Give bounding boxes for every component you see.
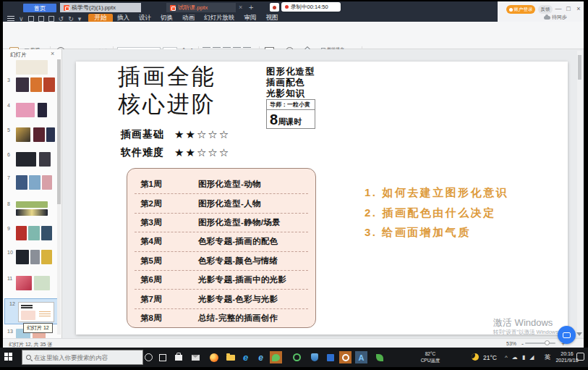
cortana-icon[interactable]: [142, 351, 155, 363]
feedback-button[interactable]: 反馈: [538, 5, 553, 14]
account-login-button[interactable]: 账户登录: [506, 5, 535, 14]
week-cell: 第7周: [135, 294, 198, 305]
new-doc-icon[interactable]: [38, 16, 44, 22]
firefox-icon[interactable]: [208, 351, 220, 363]
document-tab-1[interactable]: 稿学号(2)(1).pptx: [60, 3, 141, 12]
new-tab-button[interactable]: +: [249, 4, 253, 12]
print-icon[interactable]: [48, 16, 54, 22]
mail-icon[interactable]: [189, 351, 202, 363]
topic-cell: 图形化造型-静物/场景: [198, 217, 281, 228]
week-cell: 第8周: [135, 313, 198, 324]
vertical-scrollbar[interactable]: [577, 51, 582, 337]
schedule-table[interactable]: 第1周图形化造型-动物 第2周图形化造型-人物 第3周图形化造型-静物/场景 第…: [127, 168, 316, 328]
rating-stars: ★★☆☆☆: [174, 128, 230, 141]
home-tab-button[interactable]: 首页: [23, 4, 56, 12]
notification-center-icon[interactable]: [576, 353, 584, 361]
slide-thumbnail[interactable]: 6: [3, 151, 59, 172]
taskbar-app-icon[interactable]: [373, 351, 385, 363]
slide-thumbnail[interactable]: [3, 59, 59, 70]
slide-thumbnail[interactable]: 11: [3, 274, 59, 296]
tutor-box[interactable]: 导师：一粒小黄: [266, 99, 315, 110]
recording-indicator[interactable]: 录制中00:14:50: [281, 2, 341, 12]
recording-dot-icon: [285, 5, 289, 9]
slide-thumbnail[interactable]: 10: [3, 248, 59, 270]
taskbar-app-icon[interactable]: [339, 351, 351, 363]
collapse-ribbon-icon[interactable]: ▾: [78, 15, 82, 22]
panel-close-icon[interactable]: ×: [51, 50, 54, 57]
edge-icon[interactable]: e: [239, 351, 252, 363]
slide-thumbnail[interactable]: 8: [3, 200, 59, 222]
tab-close-icon[interactable]: ×: [239, 4, 242, 11]
topic-cell: 色彩专题-插画的配色: [198, 236, 278, 247]
weather-temp[interactable]: 21°C: [483, 354, 497, 361]
wechat-icon[interactable]: [270, 351, 282, 363]
tray-volume-icon[interactable]: ▮: [522, 354, 525, 361]
topics-textbox[interactable]: 图形化造型 插画配色 光影知识: [266, 67, 315, 99]
rating-row[interactable]: 软件难度 ★★☆☆☆: [121, 146, 230, 159]
table-row: 第6周光影专题-插画中的光影: [135, 271, 308, 290]
redo-icon[interactable]: ↻: [68, 15, 74, 22]
file-explorer-icon[interactable]: [224, 351, 237, 363]
zoom-slider-track[interactable]: [525, 342, 555, 344]
handwritten-notes-textbox[interactable]: 1. 如何去建立图形化意识 2. 插画配色由什么决定 3. 给画面增加气质: [365, 182, 508, 243]
input-language-indicator[interactable]: 英: [545, 353, 551, 362]
vertical-scrollbar-thumb[interactable]: [578, 55, 581, 80]
weather-moon-icon[interactable]: [472, 353, 479, 361]
undo-icon[interactable]: ↺: [59, 15, 64, 22]
slide-thumbnail-selected[interactable]: 12: [4, 298, 58, 324]
save-icon[interactable]: [28, 16, 34, 22]
slide-number: 8: [7, 201, 10, 206]
sync-label: 待同步: [552, 14, 567, 21]
tray-cloud-icon[interactable]: ☁: [512, 354, 518, 361]
zoom-out-button[interactable]: -: [521, 340, 524, 348]
minimize-button[interactable]: —: [554, 4, 563, 13]
topic-cell: 色彩专题-颜色与情绪: [198, 256, 278, 266]
slide-thumbnail[interactable]: 9: [3, 224, 59, 246]
search-input[interactable]: [34, 354, 139, 361]
topic-cell: 总结-完整的插画创作: [198, 313, 278, 324]
slide-thumbnail[interactable]: 7: [3, 174, 59, 195]
topic-line: 插画配色: [266, 77, 315, 88]
security-shield-icon[interactable]: [308, 351, 320, 363]
zoom-slider-knob[interactable]: [545, 340, 550, 345]
slide-canvas[interactable]: 插画全能 核心进阶 图形化造型 插画配色 光影知识 导师：一粒小黄 8 周课时 …: [76, 62, 568, 335]
topic-cell: 图形化造型-动物: [198, 179, 261, 190]
duration-box[interactable]: 8 周课时: [266, 109, 315, 129]
tray-network-icon[interactable]: ◢: [529, 354, 534, 361]
maximize-button[interactable]: □: [564, 4, 573, 13]
hamburger-menu-icon[interactable]: [7, 16, 14, 21]
window-controls-area: 账户登录 反馈 — □ × 待同步: [498, 1, 584, 22]
start-button[interactable]: [4, 353, 12, 361]
store-icon[interactable]: [172, 351, 184, 363]
cloud-sync-icon: [544, 16, 550, 20]
activate-windows-subtext: 转到“设置”以激活 Windows。: [493, 329, 564, 336]
sidebar-scrollbar-thumb[interactable]: [57, 59, 61, 204]
recording-mic-icon[interactable]: [270, 3, 279, 12]
task-view-icon[interactable]: [156, 351, 169, 363]
help-chat-button[interactable]: [558, 326, 576, 344]
topic-line: 光影知识: [266, 88, 315, 99]
table-row: 第8周总结-完整的插画创作: [135, 309, 308, 328]
close-button[interactable]: ×: [574, 4, 583, 13]
system-tray[interactable]: ^ ☁ ▮ ◢: [505, 354, 534, 361]
taskbar-app-icon[interactable]: [291, 351, 303, 363]
topic-cell: 光影专题-色彩与光影: [198, 294, 278, 305]
slide-thumbnail[interactable]: 4: [3, 101, 59, 123]
slide-number: 10: [7, 250, 13, 255]
taskbar-app-icon[interactable]: [324, 351, 336, 363]
week-cell: 第1周: [135, 179, 198, 190]
cpu-temp-widget[interactable]: 82°C CPU温度: [416, 350, 445, 363]
internet-explorer-icon[interactable]: e: [255, 351, 267, 363]
sync-status[interactable]: 待同步: [544, 14, 567, 21]
document-tab-2-active[interactable]: 试听课.pptx: [166, 3, 236, 12]
taskbar-search[interactable]: [22, 350, 143, 365]
chevron-down-icon[interactable]: ∨: [19, 15, 24, 22]
rating-row[interactable]: 插画基础 ★★☆☆☆: [121, 128, 230, 141]
slides-panel-title: 幻灯片: [10, 51, 27, 59]
slide-thumbnail[interactable]: 3: [3, 76, 59, 98]
slide-title-textbox[interactable]: 插画全能 核心进阶: [118, 63, 216, 118]
next-slide-chevron-icon[interactable]: [576, 332, 582, 336]
slide-thumbnail[interactable]: 5: [3, 126, 59, 148]
taskbar-app-icon[interactable]: A: [355, 351, 367, 363]
tray-chevron-icon[interactable]: ^: [505, 354, 508, 361]
